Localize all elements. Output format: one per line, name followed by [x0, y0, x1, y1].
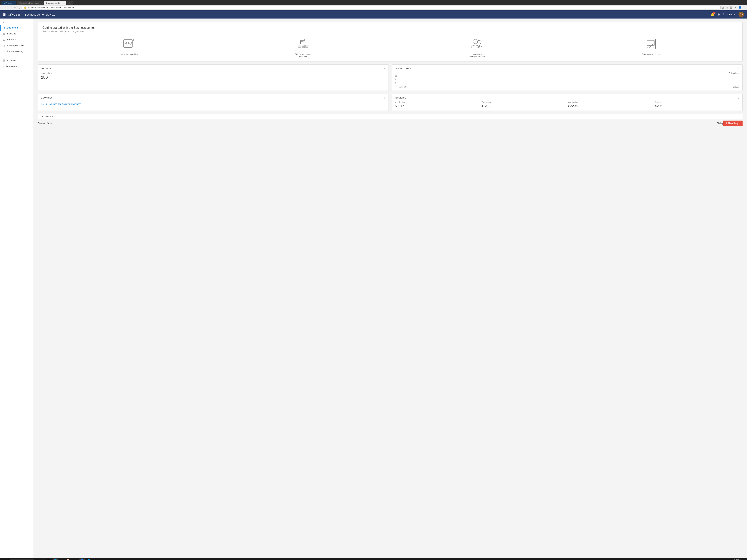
- need-help-label: Need help?: [728, 122, 740, 125]
- svg-point-13: [473, 39, 478, 44]
- x-label-sep: Sep. 11: [733, 86, 740, 88]
- help-icon[interactable]: ?: [723, 13, 725, 16]
- settings-gear-icon[interactable]: ⚙: [50, 122, 52, 125]
- mail-icon[interactable]: ✉: [73, 559, 78, 560]
- svg-point-1: [125, 43, 127, 44]
- dashboard-row-2: BOOKINGS ∨ Set up Bookings and track you…: [38, 94, 743, 111]
- svg-rect-11: [302, 47, 305, 48]
- hub-icon[interactable]: ☰: [730, 6, 732, 9]
- bookings-card-title: BOOKINGS: [41, 97, 53, 99]
- chart-legend: Subscribers: [395, 72, 740, 74]
- gs-subtitle: Setup is simple. Let's get you on your w…: [43, 30, 738, 33]
- task-view-icon[interactable]: ⬜: [46, 559, 51, 560]
- sidebar-item-email-marketing[interactable]: ✉ Email marketing: [0, 49, 33, 54]
- address-bar[interactable]: 🔒 portal-sdt.office.com/BusinessCenter/H…: [22, 5, 721, 9]
- today-label: Today: [717, 122, 723, 125]
- all-activity-label: All activity: [41, 115, 51, 118]
- bookings-card: BOOKINGS ∨ Set up Bookings and track you…: [38, 94, 389, 111]
- listings-chevron[interactable]: ∨: [384, 67, 386, 70]
- cortana-icon[interactable]: ○: [40, 559, 45, 560]
- header-separator: |: [22, 13, 23, 16]
- ie-icon[interactable]: 🌀: [79, 559, 85, 560]
- invoicing-card: INVOICING ∨ Year To Date $3317 This mont…: [392, 94, 743, 111]
- content-area: Getting started with the Business center…: [33, 19, 747, 558]
- header-right: 🔔 1 ⚙ ? Chad S CS: [711, 12, 744, 17]
- sidebar-label-downloads: Downloads: [6, 65, 17, 68]
- y-label-10: 10: [395, 75, 398, 77]
- email-marketing-icon: ✉: [3, 50, 5, 53]
- tab-business[interactable]: Business center ×: [44, 1, 66, 5]
- business-info-icon: [295, 36, 312, 51]
- taskbar-right: ^ 📶 🔋 🔊 ⌨ 2:00 PM 9/17/2017 🗨: [713, 559, 746, 560]
- chrome-icon[interactable]: 🌐: [86, 559, 91, 560]
- office-tab-close[interactable]: ×: [40, 2, 41, 4]
- new-tab-button[interactable]: +: [67, 1, 73, 5]
- powerpoint-icon[interactable]: P: [100, 559, 105, 560]
- sidebar: ≡ ● Dashboard ▤ Invoicing ⊞ Bookings ▲ O…: [0, 19, 33, 558]
- waffle-icon[interactable]: ⊞: [3, 12, 6, 17]
- tab-office[interactable]: Microsoft Office Home ×: [17, 1, 44, 5]
- listings-card: LISTINGS ∨ Impressions 280: [38, 64, 389, 91]
- gs-title: Getting started with the Business center: [43, 26, 738, 29]
- sidebar-label-invoicing: Invoicing: [7, 32, 16, 35]
- store-icon[interactable]: 🏪: [66, 559, 71, 560]
- invoicing-stats: Year To Date $3317 This month $3317 Outs…: [395, 101, 740, 108]
- gs-step-activities-label: View your activities: [121, 53, 138, 55]
- sidebar-item-bookings[interactable]: ⊞ Bookings: [0, 37, 33, 43]
- business-tab-close[interactable]: ×: [63, 2, 64, 4]
- reading-view-icon[interactable]: ⊞: [722, 6, 724, 9]
- forward-button[interactable]: →: [7, 6, 11, 9]
- gs-step-permissions[interactable]: Set app permissions: [564, 36, 738, 58]
- user-avatar[interactable]: CS: [739, 12, 744, 17]
- share-icon[interactable]: ↗: [734, 6, 737, 9]
- svg-rect-12: [306, 45, 308, 48]
- svg-rect-19: [652, 47, 653, 48]
- refresh-button[interactable]: ↻: [12, 6, 17, 9]
- svg-rect-9: [298, 45, 301, 48]
- invoicing-chevron[interactable]: ∨: [738, 97, 740, 99]
- sidebar-collapse-button[interactable]: ≡: [0, 20, 33, 25]
- inv-stat-overdue: Overdue $208: [655, 101, 740, 108]
- connections-card-title: CONNECTIONS: [395, 68, 411, 70]
- svg-rect-18: [649, 47, 651, 48]
- favorites-icon[interactable]: ☆: [726, 6, 728, 9]
- sidebar-item-downloads[interactable]: ↓ Downloads: [0, 63, 33, 70]
- url-text: portal-sdt.office.com/BusinessCenter/Hom…: [28, 6, 74, 9]
- sidebar-label-bookings: Bookings: [7, 38, 16, 41]
- sidebar-item-dashboard[interactable]: ● Dashboard: [0, 25, 33, 31]
- downloads-icon: ↓: [3, 65, 4, 68]
- home-button[interactable]: ⌂: [18, 6, 21, 9]
- business-tab-label: Business center: [46, 2, 60, 4]
- edge-profile-icon[interactable]: 👤: [738, 6, 742, 9]
- chart-x-labels: Aug. 28 Sep. 11: [399, 86, 740, 88]
- word-icon[interactable]: W: [93, 559, 98, 560]
- edge-taskbar-icon[interactable]: 🌐: [53, 559, 58, 560]
- file-explorer-icon[interactable]: 📁: [59, 559, 65, 560]
- user-name: Chad S: [727, 13, 736, 16]
- bookings-chevron[interactable]: ∨: [384, 97, 386, 99]
- bookings-setup-link[interactable]: Set up Bookings and track your business: [41, 103, 386, 105]
- svg-rect-10: [302, 45, 305, 46]
- connections-chevron[interactable]: ∨: [738, 67, 740, 70]
- svg-rect-5: [301, 41, 305, 44]
- gs-step-contacts[interactable]: Import your business contacts: [390, 36, 564, 58]
- sidebar-label-dashboard: Dashboard: [7, 26, 18, 29]
- back-button[interactable]: ←: [1, 6, 6, 9]
- office-tab-label: Microsoft Office Home: [19, 2, 39, 4]
- sidebar-item-invoicing[interactable]: ▤ Invoicing: [0, 31, 33, 37]
- gs-step-business-info[interactable]: Tell us about your business: [216, 36, 390, 58]
- sidebar-item-contacts[interactable]: ☰ Contacts: [0, 58, 33, 63]
- settings-icon[interactable]: ⚙: [717, 13, 720, 16]
- tab-inprivate[interactable]: InPrivate: [1, 1, 16, 5]
- more-icon[interactable]: ···: [743, 6, 746, 9]
- notification-bell[interactable]: 🔔 1: [711, 13, 714, 16]
- taskbar-app-icons: ○ ⬜ 🌐 📁 🏪 ✉ 🌀 🌐 W P: [40, 559, 105, 560]
- sidebar-item-online-presence[interactable]: ▲ Online presence: [0, 43, 33, 49]
- taskbar-search-input[interactable]: [9, 559, 35, 560]
- taskbar-clock[interactable]: 2:00 PM 9/17/2017: [733, 559, 741, 560]
- permissions-icon: [643, 36, 660, 51]
- need-help-button[interactable]: ℹ Need help?: [723, 121, 743, 126]
- start-button[interactable]: ⊞: [1, 558, 8, 560]
- gs-step-activities[interactable]: View your activities: [43, 36, 216, 58]
- all-activity-filter[interactable]: All activity ∨: [41, 115, 53, 118]
